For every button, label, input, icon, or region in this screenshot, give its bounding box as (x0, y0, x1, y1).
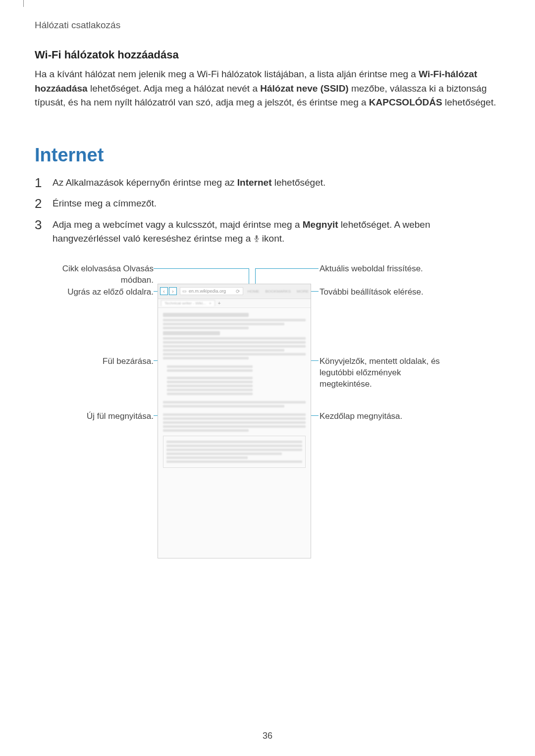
blurred-line (166, 441, 302, 443)
step-2-number: 2 (35, 197, 53, 211)
svg-rect-0 (256, 235, 258, 239)
step-1-bold: Internet (237, 177, 272, 188)
blurred-line (163, 401, 306, 403)
blurred-line (163, 323, 284, 325)
annot-prev-page: Ugrás az előző oldalra. (54, 287, 154, 298)
menu-home[interactable]: HOME (247, 289, 259, 294)
wifi-text-tail: lehetőséget. (445, 97, 496, 107)
blurred-line (166, 456, 248, 459)
step-2-body: Érintse meg a címmezőt. (53, 197, 157, 211)
blurred-bullet (167, 381, 253, 383)
tab-item[interactable]: Technical writer - Wiki... × (161, 300, 215, 306)
blurred-line (163, 425, 306, 428)
blurred-line (166, 445, 302, 447)
blurred-line (163, 429, 249, 432)
forward-button[interactable]: › (169, 287, 177, 295)
internet-heading: Internet (35, 145, 500, 166)
page-number: 36 (0, 731, 535, 741)
page-edge-tick (23, 0, 24, 7)
wifi-text-mid1: lehetőséget. Adja meg a hálózat nevét a (90, 83, 260, 94)
step-1-body: Az Alkalmazások képernyőn érintse meg az… (53, 176, 325, 190)
back-button[interactable]: ‹ (160, 287, 168, 295)
step-1-tail: lehetőséget. (274, 177, 326, 188)
blurred-bullet (167, 393, 253, 395)
tab-close-icon[interactable]: × (209, 301, 212, 305)
blurred-line (163, 337, 306, 340)
blurred-bullet (167, 389, 253, 391)
step-3-body: Adja meg a webcímet vagy a kulcsszót, ma… (53, 218, 500, 246)
blurred-line (163, 353, 306, 355)
blurred-line (163, 349, 284, 352)
microphone-icon (254, 235, 260, 243)
step-2: 2 Érintse meg a címmezőt. (35, 197, 500, 211)
browser-page-content (158, 308, 311, 471)
browser-figure: Cikk elolvasása Olvasás módban. Ugrás az… (35, 256, 500, 563)
annot-bookmarks: Könyvjelzők, mentett oldalak, és legutób… (320, 356, 443, 390)
blurred-line (163, 327, 249, 329)
menu-more[interactable]: MORE (297, 289, 309, 294)
blurred-line (163, 417, 306, 420)
blurred-line (163, 405, 284, 407)
blurred-bullet (167, 377, 253, 379)
tab-label: Technical writer - Wiki... (164, 301, 206, 305)
blurred-line (163, 357, 249, 359)
annot-more-settings: További beállítások elérése. (320, 287, 443, 298)
blurred-line (163, 341, 306, 344)
step-1-pre: Az Alkalmazások képernyőn érintse meg az (53, 177, 237, 188)
blurred-line (163, 413, 306, 416)
blurred-line (166, 453, 282, 455)
wifi-bold-connect: KAPCSOLÓDÁS (369, 97, 442, 107)
refresh-icon[interactable]: ⟳ (236, 289, 240, 294)
address-bar[interactable]: ▭ en.m.wikipedia.org ⟳ (180, 287, 243, 295)
blurred-bullet (167, 369, 253, 372)
blurred-line (163, 319, 306, 321)
annot-home: Kezdőlap megnyitása. (320, 411, 443, 422)
wifi-heading: Wi-Fi hálózatok hozzáadása (35, 49, 500, 61)
step-1: 1 Az Alkalmazások képernyőn érintse meg … (35, 176, 500, 190)
blurred-line (166, 449, 302, 451)
annot-new-tab: Új fül megnyitása. (54, 411, 154, 422)
step-3-number: 3 (35, 218, 53, 232)
annot-reader-mode: Cikk elolvasása Olvasás módban. (54, 263, 154, 286)
step-3: 3 Adja meg a webcímet vagy a kulcsszót, … (35, 218, 500, 246)
blurred-heading (163, 313, 249, 317)
tab-bar: Technical writer - Wiki... × + (158, 299, 311, 308)
step-3-bold: Megnyit (303, 219, 338, 230)
step-3-pre: Adja meg a webcímet vagy a kulcsszót, ma… (53, 219, 303, 230)
blurred-bullet (167, 385, 253, 387)
blurred-line (163, 345, 306, 348)
page-container: Hálózati csatlakozás Wi-Fi hálózatok hoz… (0, 0, 535, 756)
blurred-callout-box (163, 436, 306, 468)
menu-bookmarks[interactable]: BOOKMARKS (265, 289, 291, 294)
blurred-bullet (167, 365, 253, 368)
annot-line-refresh (255, 268, 319, 269)
blurred-line (163, 421, 306, 424)
annot-line-reader (154, 268, 249, 269)
step-3-tail: ikont. (262, 233, 284, 244)
section-label: Hálózati csatlakozás (35, 20, 500, 31)
annot-close-tab: Fül bezárása. (54, 356, 154, 367)
step-1-number: 1 (35, 176, 53, 190)
browser-top-menu: HOME BOOKMARKS MORE (247, 289, 309, 294)
wifi-text-pre: Ha a kívánt hálózat nem jelenik meg a Wi… (35, 69, 419, 79)
new-tab-button[interactable]: + (218, 301, 221, 306)
blurred-line (166, 460, 302, 463)
wifi-paragraph: Ha a kívánt hálózat nem jelenik meg a Wi… (35, 67, 500, 110)
wifi-bold-ssid: Hálózat neve (SSID) (260, 83, 348, 94)
blurred-subheading (163, 331, 220, 335)
page-icon: ▭ (182, 289, 187, 294)
browser-screenshot: ‹ › ▭ en.m.wikipedia.org ⟳ HOME BOOKMARK… (158, 284, 311, 558)
browser-toolbar: ‹ › ▭ en.m.wikipedia.org ⟳ HOME BOOKMARK… (158, 284, 311, 299)
annot-refresh: Aktuális weboldal frissítése. (320, 263, 443, 275)
url-text: en.m.wikipedia.org (189, 289, 226, 294)
